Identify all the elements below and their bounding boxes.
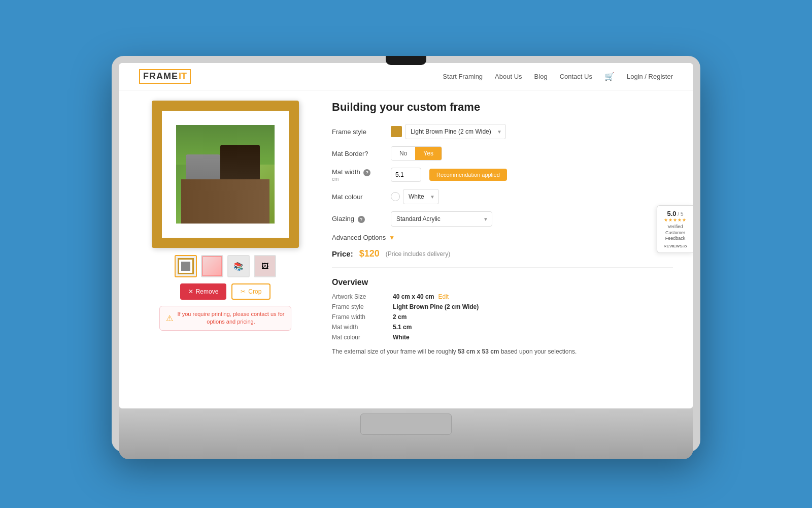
print-notice: ⚠ If you require printing, please contac… — [159, 306, 291, 331]
mat-colour-select-wrapper: White ▼ — [391, 189, 439, 204]
overview-frame-style-row: Frame style Light Brown Pine (2 cm Wide) — [332, 303, 673, 310]
mat-border-yes-button[interactable]: Yes — [415, 147, 442, 160]
mat-width-row: Mat width ? cm Recommendation applied — [332, 168, 673, 182]
config-title: Building your custom frame — [332, 101, 673, 114]
overview-mat-colour-label: Mat colour — [332, 334, 393, 341]
overview-frame-width-row: Frame width 2 cm — [332, 313, 673, 321]
left-panel: 📚 🖼 ✕ Remove ✂ C — [139, 101, 312, 356]
thumb-3[interactable]: 📚 — [227, 255, 250, 277]
warning-icon: ⚠ — [166, 313, 173, 323]
thumb-2[interactable] — [201, 255, 223, 277]
remove-label: Remove — [196, 288, 219, 295]
logo-box: FRAME IT — [139, 69, 191, 84]
nav-start-framing[interactable]: Start Framing — [443, 73, 483, 80]
overview-section: Overview Artwork Size 40 cm x 40 cm Edit… — [332, 278, 673, 356]
main-content: 📚 🖼 ✕ Remove ✂ C — [119, 90, 693, 366]
mat-colour-label: Mat colour — [332, 193, 383, 201]
nav-about-us[interactable]: About Us — [495, 73, 522, 80]
frame-style-dropdown-wrapper: Light Brown Pine (2 cm Wide) ▼ — [405, 124, 506, 139]
frame-style-row: Frame style Light Brown Pine (2 cm Wide)… — [332, 124, 673, 139]
overview-frame-width-label: Frame width — [332, 313, 393, 321]
reviews-widget[interactable]: 5.0 / 5 ★★★★★ Verified Customer Feedback… — [657, 205, 693, 253]
cart-icon[interactable]: 🛒 — [604, 72, 615, 81]
remove-icon: ✕ — [188, 288, 193, 295]
frame-style-preview-swatch — [391, 126, 402, 137]
mat-width-unit: cm — [332, 176, 383, 182]
trackpad — [360, 414, 452, 435]
overview-frame-style-label: Frame style — [332, 303, 393, 310]
reviews-stars: ★★★★★ — [660, 217, 690, 223]
advanced-options-label: Advanced Options — [332, 234, 386, 241]
mat-border-no-button[interactable]: No — [391, 147, 415, 160]
reviews-verified: Verified Customer Feedback — [660, 224, 690, 242]
reviews-brand: REVIEWS.io — [660, 244, 690, 248]
overview-title: Overview — [332, 278, 673, 287]
frame-mat — [162, 111, 289, 238]
mat-width-help-icon[interactable]: ? — [363, 169, 370, 176]
mat-border-row: Mat Border? No Yes — [332, 146, 673, 161]
mat-colour-select[interactable]: White — [403, 189, 439, 204]
nav-contact-us[interactable]: Contact Us — [560, 73, 592, 80]
overview-mat-colour-row: Mat colour White — [332, 334, 673, 341]
frame-preview — [152, 101, 299, 248]
reviews-max: / 5 — [678, 211, 683, 217]
overview-mat-width-label: Mat width — [332, 324, 393, 331]
advanced-options-toggle[interactable]: Advanced Options ▼ — [332, 234, 673, 241]
glazing-select[interactable]: Standard Acrylic — [391, 211, 492, 227]
mat-width-input[interactable] — [391, 168, 421, 182]
overview-mat-width-value: 5.1 cm — [393, 324, 412, 331]
nav-login-register[interactable]: Login / Register — [627, 73, 673, 80]
mat-colour-swatch — [391, 192, 400, 201]
frame-style-select[interactable]: Light Brown Pine (2 cm Wide) — [405, 124, 506, 139]
overview-artwork-size-row: Artwork Size 40 cm x 40 cm Edit — [332, 293, 673, 300]
reviews-score: 5.0 — [667, 210, 676, 217]
main-nav: Start Framing About Us Blog Contact Us 🛒… — [443, 72, 673, 81]
overview-summary-size: 53 cm x 53 cm — [458, 348, 499, 355]
overview-frame-style-value: Light Brown Pine (2 cm Wide) — [393, 303, 479, 310]
overview-mat-colour-value: White — [393, 334, 410, 341]
action-buttons: ✕ Remove ✂ Crop — [180, 283, 271, 300]
price-note: (Price includes delivery) — [386, 250, 450, 258]
crop-button[interactable]: ✂ Crop — [231, 283, 270, 300]
logo-frame-text: FRAME — [143, 71, 178, 82]
overview-summary: The external size of your frame will be … — [332, 347, 673, 356]
overview-artwork-edit-link[interactable]: Edit — [438, 293, 449, 300]
reviews-score-container: 5.0 / 5 — [660, 210, 690, 217]
logo-it-text: IT — [179, 71, 187, 82]
overview-summary-suffix: based upon your selections. — [501, 348, 577, 355]
frame-style-select-wrapper: Light Brown Pine (2 cm Wide) ▼ — [391, 124, 506, 139]
mat-colour-row: Mat colour White ▼ — [332, 189, 673, 204]
overview-summary-text: The external size of your frame will be … — [332, 348, 456, 355]
recommendation-badge[interactable]: Recommendation applied — [429, 169, 507, 181]
logo: FRAME IT — [139, 69, 191, 84]
glazing-help-icon[interactable]: ? — [358, 216, 365, 223]
frame-style-label: Frame style — [332, 128, 383, 136]
thumbnails-row: 📚 🖼 — [175, 255, 276, 277]
overview-frame-width-value: 2 cm — [393, 313, 407, 321]
header: FRAME IT Start Framing About Us Blog Con… — [119, 63, 693, 90]
price-label: Price: — [332, 249, 353, 258]
mat-border-label: Mat Border? — [332, 150, 383, 157]
advanced-options-chevron-icon: ▼ — [389, 234, 395, 241]
glazing-dropdown-wrapper: Standard Acrylic ▼ — [391, 211, 492, 227]
thumb-1[interactable] — [175, 255, 197, 277]
price-row: Price: $120 (Price includes delivery) — [332, 248, 673, 268]
glazing-label: Glazing ? — [332, 215, 383, 223]
price-value: $120 — [359, 248, 380, 259]
frame-image — [176, 125, 275, 224]
glazing-row: Glazing ? Standard Acrylic ▼ — [332, 211, 673, 227]
crop-icon: ✂ — [241, 288, 246, 295]
right-panel: Building your custom frame Frame style L… — [312, 101, 673, 356]
remove-button[interactable]: ✕ Remove — [180, 283, 227, 300]
overview-mat-width-row: Mat width 5.1 cm — [332, 324, 673, 331]
overview-artwork-size-label: Artwork Size — [332, 293, 393, 300]
mat-width-label: Mat width ? cm — [332, 168, 383, 182]
nav-blog[interactable]: Blog — [534, 73, 548, 80]
thumb-4[interactable]: 🖼 — [254, 255, 276, 277]
mat-border-toggle: No Yes — [391, 146, 442, 161]
print-notice-text: If you require printing, please contact … — [177, 310, 285, 326]
overview-artwork-size-value: 40 cm x 40 cm — [393, 293, 434, 300]
mat-colour-dropdown-wrapper: White ▼ — [403, 189, 439, 204]
crop-label: Crop — [248, 288, 261, 295]
